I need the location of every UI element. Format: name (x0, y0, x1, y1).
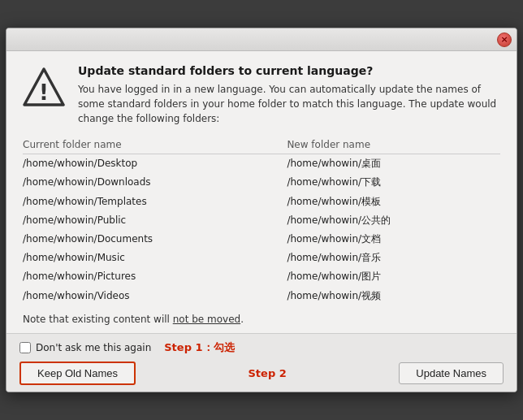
note-text: Note that existing content will not be m… (23, 314, 500, 325)
table-row: /home/whowin/Downloads/home/whowin/下载 (23, 173, 500, 192)
current-folder-cell: /home/whowin/Music (23, 249, 287, 267)
dont-ask-checkbox[interactable] (19, 342, 31, 353)
dialog-title: Update standard folders to current langu… (78, 64, 500, 77)
step2-label: Step 2 (249, 367, 287, 379)
warning-icon: ! (23, 66, 65, 108)
dialog-body: ! Update standard folders to current lan… (6, 51, 517, 325)
update-names-button[interactable]: Update Names (399, 362, 504, 384)
update-folders-dialog: × ! Update standard folders to current l… (6, 28, 517, 392)
checkbox-row: Don't ask me this again Step 1：勾选 (19, 340, 504, 355)
new-folder-cell: /home/whowin/音乐 (287, 249, 500, 267)
table-row: /home/whowin/Documents/home/whowin/文档 (23, 230, 500, 249)
current-folder-cell: /home/whowin/Templates (23, 193, 287, 211)
dont-ask-label[interactable]: Don't ask me this again (36, 342, 151, 353)
header-section: ! Update standard folders to current lan… (23, 64, 500, 126)
current-folder-cell: /home/whowin/Videos (23, 287, 287, 305)
col-current-header: Current folder name (23, 137, 287, 154)
current-folder-cell: /home/whowin/Pictures (23, 267, 287, 286)
table-row: /home/whowin/Videos/home/whowin/视频 (23, 287, 500, 305)
table-row: /home/whowin/Public/home/whowin/公共的 (23, 211, 500, 230)
new-folder-cell: /home/whowin/公共的 (287, 211, 500, 230)
new-folder-cell: /home/whowin/视频 (287, 287, 500, 305)
current-folder-cell: /home/whowin/Desktop (23, 154, 287, 174)
table-row: /home/whowin/Music/home/whowin/音乐 (23, 249, 500, 267)
new-folder-cell: /home/whowin/桌面 (287, 154, 500, 174)
keep-old-names-button[interactable]: Keep Old Names (19, 362, 136, 385)
note-underline: not be moved (173, 314, 240, 325)
title-bar: × (6, 28, 517, 51)
new-folder-cell: /home/whowin/文档 (287, 230, 500, 249)
table-row: /home/whowin/Pictures/home/whowin/图片 (23, 267, 500, 286)
table-row: /home/whowin/Desktop/home/whowin/桌面 (23, 154, 500, 174)
current-folder-cell: /home/whowin/Public (23, 211, 287, 230)
step1-label: Step 1：勾选 (164, 340, 234, 355)
header-text: Update standard folders to current langu… (78, 64, 500, 126)
svg-text:!: ! (39, 80, 49, 105)
current-folder-cell: /home/whowin/Downloads (23, 173, 287, 192)
current-folder-cell: /home/whowin/Documents (23, 230, 287, 249)
bottom-section: Don't ask me this again Step 1：勾选 Keep O… (6, 333, 517, 392)
new-folder-cell: /home/whowin/图片 (287, 267, 500, 286)
new-folder-cell: /home/whowin/模板 (287, 193, 500, 211)
dialog-description: You have logged in in a new language. Yo… (78, 82, 500, 126)
buttons-row: Keep Old Names Step 2 Update Names (19, 362, 504, 385)
new-folder-cell: /home/whowin/下载 (287, 173, 500, 192)
close-button[interactable]: × (497, 32, 512, 47)
folder-table: Current folder name New folder name /hom… (23, 137, 500, 305)
table-row: /home/whowin/Templates/home/whowin/模板 (23, 193, 500, 211)
col-new-header: New folder name (287, 137, 500, 154)
